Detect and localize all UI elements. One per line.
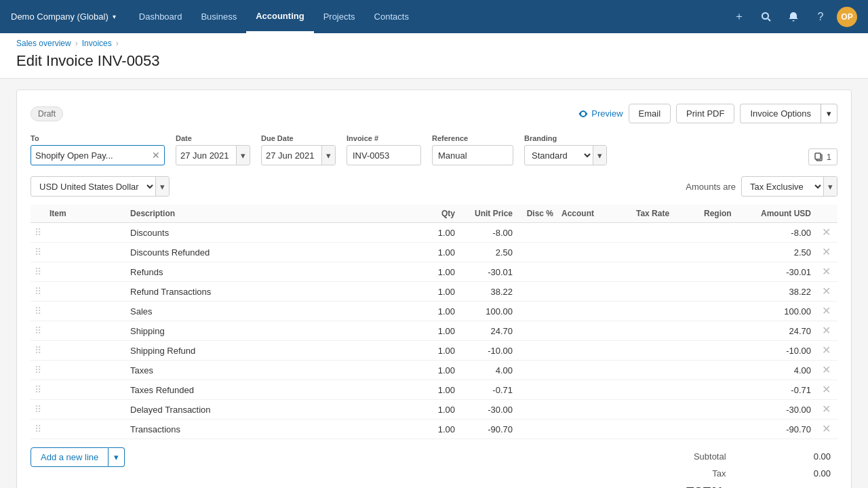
description-cell[interactable]: Transactions: [126, 420, 415, 439]
tax-rate-cell[interactable]: [632, 321, 700, 341]
remove-line-button[interactable]: ✕: [819, 304, 833, 318]
description-cell[interactable]: Delayed Transaction: [126, 400, 415, 420]
drag-handle-icon[interactable]: ⠿: [35, 345, 41, 356]
description-cell[interactable]: Shipping Refund: [126, 341, 415, 361]
item-cell[interactable]: [45, 400, 126, 420]
amount-cell[interactable]: -8.00: [754, 223, 815, 243]
amount-cell[interactable]: -30.01: [754, 262, 815, 282]
reference-input[interactable]: [432, 145, 513, 165]
amount-cell[interactable]: -10.00: [754, 341, 815, 361]
drag-handle-icon[interactable]: ⠿: [35, 424, 41, 434]
item-cell[interactable]: [45, 282, 126, 302]
tax-rate-cell[interactable]: [632, 223, 700, 243]
qty-cell[interactable]: 1.00: [415, 420, 459, 439]
date-calendar-icon[interactable]: ▾: [236, 146, 250, 165]
description-cell[interactable]: Discounts: [126, 223, 415, 243]
region-cell[interactable]: [700, 243, 754, 262]
to-clear-icon[interactable]: ✕: [152, 150, 160, 161]
unit-price-cell[interactable]: 100.00: [459, 302, 517, 321]
invoice-options-dropdown[interactable]: ▾: [821, 104, 837, 123]
region-cell[interactable]: [700, 223, 754, 243]
remove-line-button[interactable]: ✕: [819, 265, 833, 279]
drag-handle-icon[interactable]: ⠿: [35, 266, 41, 277]
tax-exclusive-select[interactable]: Tax Exclusive Tax Inclusive: [742, 181, 823, 192]
due-date-input-wrap[interactable]: ▾: [261, 145, 336, 165]
unit-price-cell[interactable]: 2.50: [459, 243, 517, 262]
remove-line-button[interactable]: ✕: [819, 344, 833, 357]
nav-projects[interactable]: Projects: [314, 0, 365, 33]
item-cell[interactable]: [45, 380, 126, 400]
amount-cell[interactable]: 38.22: [754, 282, 815, 302]
account-cell[interactable]: [557, 420, 632, 439]
remove-line-button[interactable]: ✕: [819, 363, 833, 377]
qty-cell[interactable]: 1.00: [415, 341, 459, 361]
unit-price-cell[interactable]: -10.00: [459, 341, 517, 361]
remove-line-button[interactable]: ✕: [819, 422, 833, 436]
disc-cell[interactable]: [517, 262, 557, 282]
account-cell[interactable]: [557, 341, 632, 361]
notifications-button[interactable]: [783, 6, 804, 28]
tax-rate-cell[interactable]: [632, 341, 700, 361]
account-cell[interactable]: [557, 361, 632, 380]
tax-rate-cell[interactable]: [632, 361, 700, 380]
unit-price-cell[interactable]: -0.71: [459, 380, 517, 400]
preview-button[interactable]: Preview: [578, 108, 623, 119]
account-cell[interactable]: [557, 262, 632, 282]
branding-dropdown-icon[interactable]: ▾: [593, 146, 606, 165]
remove-line-button[interactable]: ✕: [819, 245, 833, 259]
remove-line-button[interactable]: ✕: [819, 403, 833, 416]
unit-price-cell[interactable]: -30.00: [459, 400, 517, 420]
branding-select-wrap[interactable]: Standard ▾: [524, 145, 607, 165]
drag-handle-icon[interactable]: ⠿: [35, 325, 41, 336]
region-cell[interactable]: [700, 282, 754, 302]
tax-select-wrap[interactable]: Tax Exclusive Tax Inclusive ▾: [741, 176, 837, 197]
search-button[interactable]: [755, 6, 777, 28]
item-cell[interactable]: [45, 341, 126, 361]
tax-rate-cell[interactable]: [632, 302, 700, 321]
tax-dropdown-icon[interactable]: ▾: [823, 177, 837, 196]
breadcrumb-sales-overview[interactable]: Sales overview: [16, 39, 71, 48]
account-cell[interactable]: [557, 282, 632, 302]
account-cell[interactable]: [557, 243, 632, 262]
amount-cell[interactable]: 24.70: [754, 321, 815, 341]
remove-line-button[interactable]: ✕: [819, 285, 833, 298]
to-input[interactable]: [35, 150, 149, 161]
region-cell[interactable]: [700, 302, 754, 321]
description-cell[interactable]: Taxes Refunded: [126, 380, 415, 400]
remove-line-button[interactable]: ✕: [819, 324, 833, 338]
region-cell[interactable]: [700, 400, 754, 420]
disc-cell[interactable]: [517, 341, 557, 361]
item-cell[interactable]: [45, 243, 126, 262]
region-cell[interactable]: [700, 341, 754, 361]
to-input-wrap[interactable]: ✕: [31, 145, 165, 165]
currency-dropdown-icon[interactable]: ▾: [155, 177, 169, 196]
disc-cell[interactable]: [517, 243, 557, 262]
remove-line-button[interactable]: ✕: [819, 226, 833, 239]
description-cell[interactable]: Refunds: [126, 262, 415, 282]
amount-cell[interactable]: 4.00: [754, 361, 815, 380]
breadcrumb-invoices[interactable]: Invoices: [82, 39, 112, 48]
add-new-line-button[interactable]: Add a new line: [31, 447, 108, 467]
item-cell[interactable]: [45, 262, 126, 282]
invoice-options-button[interactable]: Invoice Options: [740, 104, 821, 123]
description-cell[interactable]: Refund Transactions: [126, 282, 415, 302]
tax-rate-cell[interactable]: [632, 380, 700, 400]
date-input-wrap[interactable]: ▾: [176, 145, 250, 165]
user-avatar[interactable]: OP: [837, 7, 857, 27]
qty-cell[interactable]: 1.00: [415, 361, 459, 380]
remove-line-button[interactable]: ✕: [819, 383, 833, 396]
disc-cell[interactable]: [517, 380, 557, 400]
description-cell[interactable]: Shipping: [126, 321, 415, 341]
due-date-calendar-icon[interactable]: ▾: [321, 146, 335, 165]
disc-cell[interactable]: [517, 400, 557, 420]
tax-rate-cell[interactable]: [632, 282, 700, 302]
disc-cell[interactable]: [517, 321, 557, 341]
qty-cell[interactable]: 1.00: [415, 380, 459, 400]
item-cell[interactable]: [45, 321, 126, 341]
qty-cell[interactable]: 1.00: [415, 302, 459, 321]
tax-rate-cell[interactable]: [632, 243, 700, 262]
unit-price-cell[interactable]: 38.22: [459, 282, 517, 302]
drag-handle-icon[interactable]: ⠿: [35, 286, 41, 297]
unit-price-cell[interactable]: -30.01: [459, 262, 517, 282]
disc-cell[interactable]: [517, 223, 557, 243]
